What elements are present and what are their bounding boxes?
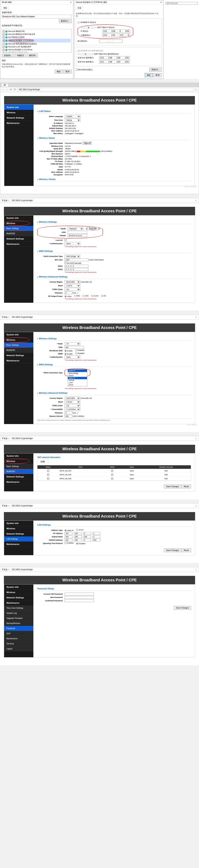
url-text[interactable]: 192.168.0.1/cgi-bin/login	[10, 568, 193, 571]
install-button[interactable]: 安装(N)...	[2, 54, 14, 58]
validate-checkbox[interactable]	[76, 69, 78, 71]
info-icon[interactable]: ⓘ	[13, 88, 16, 91]
dhcp-radio[interactable]	[76, 529, 78, 531]
sidebar-item-services[interactable]: Services	[4, 641, 33, 646]
sidebar-item-maintenance[interactable]: Maintenance	[4, 541, 33, 547]
ok-button[interactable]: 确定	[145, 73, 153, 77]
component-list[interactable]: Microsoft 网络客户端 Microsoft 网络的文件和打印机共享 Qo…	[2, 29, 72, 53]
sidebar-item-system-info[interactable]: System info	[4, 521, 33, 526]
sidebar-item-basic-settings[interactable]: Basic Settings	[4, 226, 33, 231]
wmm-checkbox[interactable]	[111, 474, 113, 476]
sidebar-item-system-info[interactable]: System info	[4, 585, 33, 590]
stp-enabled-radio[interactable]	[65, 542, 67, 544]
sidebar-item-systemlog[interactable]: System Log	[4, 611, 33, 616]
sidebar-item-maintenance[interactable]: Maintenance	[4, 121, 34, 126]
mode-select[interactable]: Repeater	[68, 227, 83, 230]
sidebar-item-maintenance[interactable]: Maintenance	[4, 479, 33, 485]
sidebar-item-network-settings[interactable]: Network Settings	[4, 353, 33, 358]
sidebar-item-timezone[interactable]: Time Zone Settings	[4, 606, 33, 611]
checkbox-icon[interactable]	[3, 43, 5, 45]
sidebar-item-maintenance[interactable]: Maintenance	[4, 600, 33, 606]
save-button[interactable]: Save Changes	[164, 485, 181, 488]
auth-select[interactable]: Open	[65, 355, 80, 359]
old-password-input[interactable]	[65, 593, 94, 595]
checkbox-icon[interactable]	[3, 36, 5, 38]
sidebar-item-multissid[interactable]: MultiSSID	[4, 469, 33, 474]
sidebar-item-wireless[interactable]: Wireless	[4, 526, 33, 531]
tab-network[interactable]: 网络	[2, 6, 9, 10]
properties-button[interactable]: 属性(R)	[27, 54, 38, 58]
checkbox-icon[interactable]	[3, 33, 5, 35]
country-select[interactable]: Brazil (BR)	[65, 397, 80, 400]
dns2-input[interactable]	[65, 268, 88, 271]
rf-12-radio[interactable]	[91, 295, 93, 297]
radio-auto-ip[interactable]	[78, 22, 80, 24]
set-dns-checkbox[interactable]	[65, 262, 67, 264]
reset-button[interactable]: Reset	[182, 549, 191, 552]
ip-address-input[interactable]: 192 . 168 . 0 . 100	[102, 30, 130, 33]
ip-octet-3[interactable]	[83, 532, 91, 535]
checkbox-icon[interactable]	[3, 31, 5, 32]
url-text[interactable]: 192.168.0.1/cgi-bin/login	[10, 199, 193, 202]
sidebar-item-system-info[interactable]: System info	[4, 215, 33, 221]
sidebar-item-system-info[interactable]: System info	[4, 105, 34, 110]
ip-octet-1[interactable]	[65, 532, 72, 535]
sidebar-item-multissid[interactable]: MultiSSID	[4, 348, 33, 353]
txrx-chain-select[interactable]: 1x1	[65, 288, 80, 291]
reset-button[interactable]: Reset	[182, 485, 191, 488]
timezone-select[interactable]: Beijing	[65, 119, 80, 122]
gateway-input[interactable]: . . .	[99, 39, 122, 43]
channel-width-select[interactable]: 4: 2437MHz	[65, 408, 80, 411]
wmm-disable-radio[interactable]	[75, 352, 77, 354]
sidebar-item-network-settings[interactable]: Network Settings	[4, 115, 34, 121]
star-icon[interactable]: ☆	[195, 316, 197, 318]
band-select[interactable]: 2.4GHz	[65, 400, 80, 403]
bcast-enable-radio[interactable]	[65, 350, 67, 352]
mask-octet-2[interactable]	[74, 535, 82, 538]
checkbox-icon[interactable]	[3, 49, 5, 51]
sidebar-item-wireless[interactable]: Wireless	[4, 459, 33, 464]
browser-tab[interactable]: AP	[1, 83, 8, 87]
ssid-input[interactable]	[68, 231, 87, 234]
auth-select[interactable]: Open	[65, 242, 80, 245]
lock-ap-checkbox[interactable]	[65, 239, 67, 241]
bcast-disable-radio[interactable]	[75, 349, 77, 351]
forward-icon[interactable]: →	[6, 88, 8, 91]
scan-ap-button[interactable]: Scan AP	[87, 227, 98, 230]
wan-type-dropdown-list[interactable]: WDS Bridge DHCP Static IP PPPoE L2TP PPT…	[68, 372, 87, 386]
url-text[interactable]: 192.168.0.1/cgi-bin/login	[10, 316, 193, 318]
bssid-input[interactable]	[68, 234, 87, 237]
save-button[interactable]: Save Changes	[164, 549, 181, 552]
txrx-chain-select[interactable]: 1x1	[65, 404, 80, 407]
wmm-checkbox[interactable]	[111, 477, 113, 479]
wan-type-select-open[interactable]: Static IP	[68, 369, 87, 372]
band-select[interactable]: 2.4GHz	[65, 284, 80, 287]
dns2-input[interactable]: 101 . 198 . 199 . 200	[99, 60, 130, 64]
rf-6-radio[interactable]	[101, 295, 103, 297]
sidebar-item-system-info[interactable]: System info	[4, 332, 33, 337]
subnet-mask-input[interactable]: 255 . 255 . 255 . 0	[102, 34, 130, 37]
sidebar-item-network-settings[interactable]: Network Settings	[4, 236, 33, 242]
confirm-password-input[interactable]	[65, 599, 94, 602]
status-checkbox[interactable]	[47, 470, 49, 472]
dns1-input[interactable]: 101 . 198 . 198 . 198	[99, 56, 130, 60]
edit-link[interactable]: Edit	[165, 470, 168, 472]
dns1-input[interactable]	[65, 265, 88, 268]
star-icon[interactable]: ☆	[195, 88, 197, 91]
close-icon[interactable]: ×	[160, 1, 162, 4]
distance-input[interactable]	[65, 291, 72, 294]
edit-link[interactable]: Edit	[165, 477, 168, 479]
wan-type-select[interactable]: WDS Bridge	[65, 255, 80, 258]
stp-disabled-radio[interactable]	[76, 542, 78, 545]
gw-octet-2[interactable]	[74, 539, 82, 541]
tab-general[interactable]: 常规	[76, 6, 83, 10]
star-icon[interactable]: ☆	[195, 568, 197, 571]
sidebar-item-network-settings[interactable]: Network Settings	[4, 531, 33, 536]
mtu-input[interactable]	[65, 258, 88, 261]
sidebar-item-password[interactable]: Password	[4, 626, 33, 631]
sidebar-item-maint-sub[interactable]: Maintenance	[4, 636, 33, 641]
sidebar-item-basic-settings[interactable]: Basic Settings	[4, 464, 33, 469]
star-icon[interactable]: ☆	[195, 199, 197, 202]
sidebar-item-multissid[interactable]: MultiSSID	[4, 231, 33, 236]
sidebar-item-lan-settings[interactable]: LAN Settings	[4, 536, 33, 541]
